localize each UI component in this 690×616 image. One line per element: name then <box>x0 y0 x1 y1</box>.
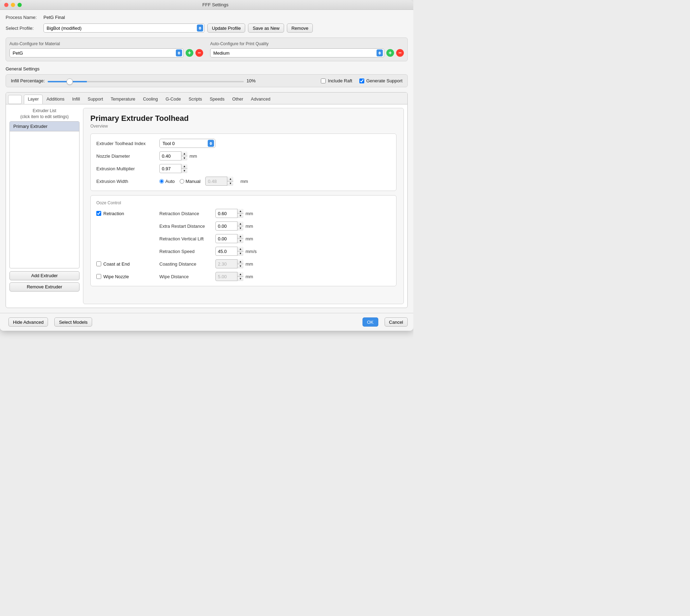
coast-dist-arrows: ▲ ▼ <box>237 259 243 268</box>
tab-speeds[interactable]: Speeds <box>206 95 228 104</box>
tab-content: Extruder List(click item to edit setting… <box>6 104 407 308</box>
retraction-row: Retraction Retraction Distance ▲ ▼ mm <box>96 209 391 218</box>
save-as-new-button[interactable]: Save as New <box>248 23 284 33</box>
extruder-list: Primary Extruder <box>9 121 80 268</box>
main-content-area: Process Name: PetG Final Select Profile:… <box>0 10 413 313</box>
tab-other[interactable]: Other <box>228 95 247 104</box>
extrusion-width-label: Extrusion Width <box>96 179 159 184</box>
tab-infill[interactable]: Infill <box>68 95 84 104</box>
coast-checkbox[interactable] <box>96 261 101 266</box>
ret-speed-down[interactable]: ▼ <box>237 252 243 256</box>
extrusion-width-manual-radio[interactable] <box>180 179 184 184</box>
retraction-lift-label: Retraction Vertical Lift <box>159 236 215 241</box>
tab-additions[interactable]: Additions <box>43 95 68 104</box>
generate-support-group: Generate Support <box>359 78 402 83</box>
retraction-speed-label: Retraction Speed <box>159 249 215 254</box>
retraction-distance-spinner: ▲ ▼ <box>215 209 243 218</box>
minimize-button[interactable] <box>11 3 15 7</box>
cancel-button[interactable]: Cancel <box>385 317 408 327</box>
wipe-checkbox-group: Wipe Nozzle <box>96 274 159 279</box>
close-button[interactable] <box>4 3 8 7</box>
add-quality-button[interactable]: + <box>386 49 394 57</box>
wipe-row: Wipe Nozzle Wipe Distance ▲ ▼ mm <box>96 272 391 281</box>
select-models-button[interactable]: Select Models <box>54 317 92 327</box>
extra-restart-label: Extra Restart Distance <box>159 224 215 229</box>
generate-support-checkbox[interactable] <box>359 78 364 83</box>
nozzle-diameter-unit: mm <box>189 153 197 159</box>
nozzle-diameter-label: Nozzle Diameter <box>96 153 159 159</box>
extrusion-width-radio-group: Auto Manual ▲ ▼ <box>159 177 248 186</box>
add-material-button[interactable]: + <box>186 49 193 57</box>
title-bar: FFF Settings <box>0 0 413 10</box>
wipe-dist-arrows: ▲ ▼ <box>237 272 243 281</box>
wipe-dist-up: ▲ <box>237 272 243 277</box>
extrusion-width-manual-label[interactable]: Manual <box>180 179 201 184</box>
retraction-checkbox-group: Retraction <box>96 211 159 216</box>
extra-restart-down[interactable]: ▼ <box>237 226 243 231</box>
footer-left: Hide Advanced Select Models <box>6 317 92 327</box>
extra-restart-row: Extra Restart Distance ▲ ▼ mm <box>96 221 391 231</box>
tabs-and-content: Layer Additions Infill Support Temperatu… <box>6 92 408 308</box>
wipe-distance-label: Wipe Distance <box>159 274 215 279</box>
tab-blank[interactable] <box>8 95 22 104</box>
quality-select[interactable]: Medium <box>210 48 384 57</box>
extruder-panel-title: Extruder List(click item to edit setting… <box>9 108 80 120</box>
maximize-button[interactable] <box>18 3 22 7</box>
extrusion-width-auto-label[interactable]: Auto <box>159 179 175 184</box>
infill-slider[interactable] <box>48 81 244 82</box>
ret-lift-up[interactable]: ▲ <box>237 234 243 239</box>
tab-temperature[interactable]: Temperature <box>107 95 139 104</box>
tabs-bar: Layer Additions Infill Support Temperatu… <box>6 93 407 104</box>
update-profile-button[interactable]: Update Profile <box>207 23 245 33</box>
include-raft-checkbox[interactable] <box>321 78 326 83</box>
remove-quality-button[interactable]: − <box>396 49 404 57</box>
multiplier-down-arrow[interactable]: ▼ <box>181 169 187 173</box>
extra-restart-unit: mm <box>246 224 253 229</box>
extruder-item[interactable]: Primary Extruder <box>10 122 79 131</box>
ret-speed-up[interactable]: ▲ <box>237 247 243 252</box>
toolhead-index-label: Extruder Toolhead Index <box>96 141 159 146</box>
infill-slider-wrapper <box>48 78 244 83</box>
remove-extruder-button[interactable]: Remove Extruder <box>9 282 80 292</box>
retraction-lift-row: Retraction Vertical Lift ▲ ▼ mm <box>96 234 391 243</box>
nozzle-down-arrow[interactable]: ▼ <box>181 156 187 161</box>
tab-advanced[interactable]: Advanced <box>247 95 274 104</box>
quality-select-wrapper: Medium <box>210 48 384 57</box>
coasting-distance-label: Coasting Distance <box>159 261 215 267</box>
main-window: FFF Settings Process Name: PetG Final Se… <box>0 0 413 331</box>
retraction-checkbox[interactable] <box>96 211 101 216</box>
retraction-label: Retraction <box>103 211 124 216</box>
retraction-speed-spinner: ▲ ▼ <box>215 247 243 256</box>
wipe-checkbox[interactable] <box>96 274 101 279</box>
material-select[interactable]: PetG <box>9 48 184 57</box>
remove-button[interactable]: Remove <box>287 23 313 33</box>
tab-scripts[interactable]: Scripts <box>185 95 206 104</box>
nozzle-up-arrow[interactable]: ▲ <box>181 151 187 156</box>
toolhead-select-wrapper: Tool 0 <box>159 139 215 148</box>
ooze-control-title: Ooze Control <box>96 200 391 205</box>
tab-support[interactable]: Support <box>84 95 107 104</box>
ret-lift-down[interactable]: ▼ <box>237 239 243 244</box>
ret-dist-up-arrow[interactable]: ▲ <box>237 209 243 214</box>
coast-dist-down: ▼ <box>237 264 243 269</box>
ok-button[interactable]: OK <box>363 317 378 327</box>
hide-advanced-button[interactable]: Hide Advanced <box>8 317 48 327</box>
panel-subtitle: Overview <box>90 124 396 129</box>
extra-restart-up[interactable]: ▲ <box>237 221 243 226</box>
add-extruder-button[interactable]: Add Extruder <box>9 271 80 280</box>
profile-select-wrapper: BigBot (modified) <box>43 23 205 33</box>
width-down-arrow: ▼ <box>227 182 233 186</box>
overview-group: Extruder Toolhead Index Tool 0 <box>90 134 396 191</box>
extrusion-width-auto-radio[interactable] <box>159 179 164 184</box>
extrusion-width-row: Extrusion Width Auto Manual <box>96 177 391 186</box>
remove-material-button[interactable]: − <box>195 49 203 57</box>
retraction-lift-spinner: ▲ ▼ <box>215 234 243 243</box>
ret-dist-down-arrow[interactable]: ▼ <box>237 214 243 218</box>
toolhead-select[interactable]: Tool 0 <box>159 139 215 148</box>
tab-layer[interactable]: Layer <box>24 95 42 104</box>
tab-cooling[interactable]: Cooling <box>139 95 161 104</box>
process-name-label: Process Name: <box>6 15 41 20</box>
tab-gcode[interactable]: G-Code <box>162 95 185 104</box>
multiplier-up-arrow[interactable]: ▲ <box>181 164 187 169</box>
profile-select[interactable]: BigBot (modified) <box>43 23 205 33</box>
